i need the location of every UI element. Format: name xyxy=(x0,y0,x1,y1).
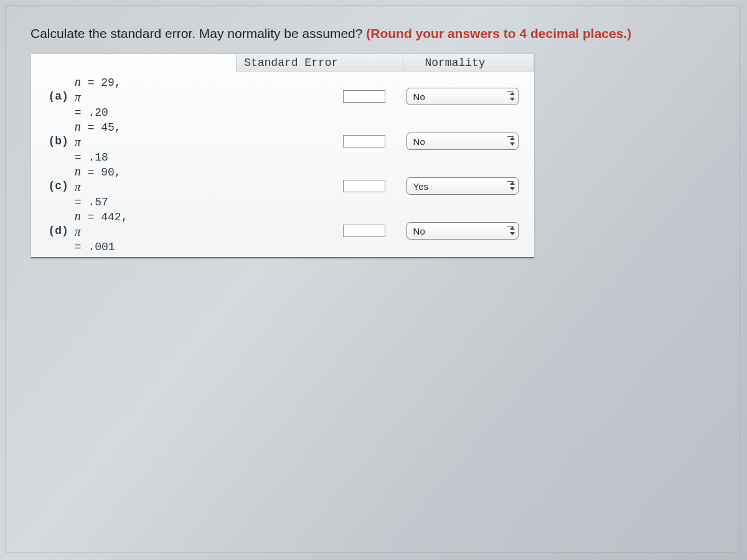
row-label: (c) xyxy=(31,180,75,192)
header-spacer xyxy=(31,54,236,72)
table-row: (b) n = 45, π = .18 No xyxy=(31,119,534,164)
se-cell xyxy=(236,90,403,103)
normality-select[interactable]: No xyxy=(406,222,519,240)
standard-error-input[interactable] xyxy=(343,180,385,192)
row-params: n = 442, π = .001 xyxy=(75,208,236,254)
page-container: Calculate the standard error. May normal… xyxy=(5,5,740,553)
header-standard-error: Standard Error xyxy=(236,54,403,72)
question-text: Calculate the standard error. May normal… xyxy=(31,24,726,42)
row-label: (d) xyxy=(31,225,75,237)
row-params: n = 90, π = .57 xyxy=(75,164,236,210)
table-body: (a) n = 29, π = .20 No (b) n = 4 xyxy=(31,72,534,258)
normality-select[interactable]: No xyxy=(406,133,519,150)
normality-select-wrap: No xyxy=(406,133,519,150)
standard-error-input[interactable] xyxy=(343,90,385,103)
normality-cell: No xyxy=(404,133,534,150)
normality-cell: Yes xyxy=(404,177,534,195)
se-cell xyxy=(236,135,403,147)
normality-select-wrap: No xyxy=(406,222,519,240)
answer-table: Standard Error Normality (a) n = 29, π =… xyxy=(31,54,535,259)
normality-select[interactable]: No xyxy=(406,88,519,105)
normality-cell: No xyxy=(404,88,534,105)
row-params: n = 45, π = .18 xyxy=(75,119,236,165)
header-normality: Normality xyxy=(403,54,534,72)
normality-select[interactable]: Yes xyxy=(406,177,519,195)
question-part2: (Round your answers to 4 decimal places.… xyxy=(366,26,631,40)
question-part1: Calculate the standard error. May normal… xyxy=(31,26,366,40)
se-cell xyxy=(236,180,403,192)
table-row: (c) n = 90, π = .57 Yes xyxy=(31,164,534,208)
standard-error-input[interactable] xyxy=(343,225,385,237)
table-row: (a) n = 29, π = .20 No xyxy=(31,74,534,119)
se-cell xyxy=(236,225,403,237)
normality-select-wrap: No xyxy=(406,88,519,105)
row-label: (a) xyxy=(31,90,75,103)
normality-cell: No xyxy=(404,222,534,240)
table-row: (d) n = 442, π = .001 No xyxy=(31,208,534,253)
row-label: (b) xyxy=(31,135,75,147)
standard-error-input[interactable] xyxy=(343,135,385,147)
normality-select-wrap: Yes xyxy=(406,177,519,195)
header-row: Standard Error Normality xyxy=(31,54,534,72)
row-params: n = 29, π = .20 xyxy=(75,74,236,120)
